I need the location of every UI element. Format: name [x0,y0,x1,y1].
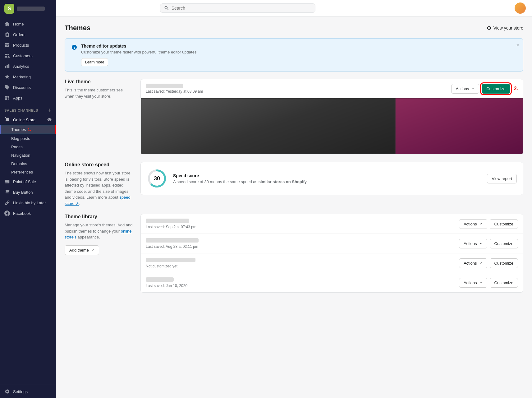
live-theme-info: Live theme This is the theme customers s… [65,79,133,155]
library-item-4-customize-button[interactable]: Customize [490,278,518,288]
speed-score-link[interactable]: speed score ↗ [65,195,131,206]
library-item-3-customize-button[interactable]: Customize [490,258,518,268]
buy-button-icon [4,189,10,195]
speed-score-description: A speed score of 30 means the same speed… [173,179,481,184]
sidebar-item-buy-button-label: Buy Button [13,190,33,195]
sidebar-item-home[interactable]: Home [0,19,56,29]
library-item-3-actions-button[interactable]: Actions [459,258,487,268]
sidebar-logo: S [0,0,56,17]
pos-icon [4,179,10,184]
search-input[interactable] [172,6,311,11]
linkin-icon [4,200,10,206]
live-theme-customize-button[interactable]: Customize [482,84,510,94]
sidebar-item-discounts[interactable]: Discounts [0,82,56,93]
sidebar-subitem-blog-posts[interactable]: Blog posts [0,134,56,143]
sidebar-item-home-label: Home [13,22,24,26]
facebook-icon [4,211,10,216]
live-theme-saved: Last saved: Yesterday at 08:09 am [146,89,203,94]
sidebar-item-pos[interactable]: Point of Sale [0,176,56,187]
speed-card-content: 30 Speed score A speed score of 30 means… [141,162,523,195]
sidebar-subitem-domains[interactable]: Domains [0,160,56,168]
library-item-2-customize-button[interactable]: Customize [490,239,518,248]
add-theme-chevron-icon [91,248,94,252]
orders-icon [4,32,10,37]
speed-circle-wrapper: 30 [147,169,167,188]
search-bar[interactable] [160,3,315,13]
add-theme-button[interactable]: Add theme [65,245,99,255]
banner-title: Theme editor updates [81,44,517,49]
settings-nav-item[interactable]: Settings [0,385,56,398]
sidebar-item-pos-label: Point of Sale [13,179,36,184]
sidebar-item-marketing[interactable]: Marketing [0,72,56,82]
sidebar-subitem-themes[interactable]: Themes 1. [0,125,56,134]
sidebar-item-online-store[interactable]: Online Store [0,115,56,125]
sidebar-item-orders[interactable]: Orders [0,29,56,40]
marketing-icon [4,74,10,80]
speed-info: Online store speed The score shows how f… [65,162,133,206]
discounts-icon [4,85,10,90]
preview-area [141,98,523,154]
library-item-2-info: Last saved: Aug 28 at 02:11 pm [146,238,454,249]
sidebar-item-marketing-label: Marketing [13,75,31,79]
home-icon [4,21,10,27]
banner-content: Theme editor updates Customize your them… [81,44,517,66]
sales-channels-label: SALES CHANNELS + [0,103,56,115]
sidebar-item-products[interactable]: Products [0,40,56,50]
main-area: Themes View your store Theme editor upda… [56,0,532,398]
live-theme-actions-button[interactable]: Actions [451,84,479,94]
apps-icon [4,95,10,101]
sidebar-item-analytics[interactable]: Analytics [0,61,56,72]
sidebar-item-online-store-label: Online Store [13,118,35,122]
sidebar-item-products-label: Products [13,43,29,48]
eye-icon [47,118,52,122]
library-item-3-saved: Not customized yet [146,264,454,268]
sidebar-item-customers-label: Customers [13,53,33,58]
library-item-4-actions-button[interactable]: Actions [459,278,487,288]
preview-side-image [396,98,523,154]
learn-more-button[interactable]: Learn more [81,58,108,66]
theme-library-title: Theme library [65,214,133,220]
search-icon [164,6,169,11]
library-item-2: Last saved: Aug 28 at 02:11 pm Actions C… [141,234,523,253]
theme-library-desc: Manage your store's themes. Add and publ… [65,222,133,240]
library-item-4-saved: Last saved: Jan 10, 2020 [146,284,454,288]
view-report-button[interactable]: View report [487,174,517,183]
chevron-down-icon [479,261,483,265]
library-item-4: Last saved: Jan 10, 2020 Actions Customi… [141,273,523,292]
sidebar-item-customers[interactable]: Customers [0,50,56,61]
online-store-link[interactable]: online store's [65,229,131,240]
library-item-1-name [146,219,189,223]
sidebar-subitem-pages[interactable]: Pages [0,143,56,151]
chevron-down-icon [471,87,475,90]
sidebar-subitem-preferences[interactable]: Preferences [0,168,56,176]
sidebar-item-buy-button[interactable]: Buy Button [0,187,56,197]
library-item-4-actions: Actions Customize [459,278,518,288]
library-item-1-actions: Actions Customize [459,219,518,229]
live-theme-meta: Last saved: Yesterday at 08:09 am [146,84,203,94]
sidebar-subitem-navigation[interactable]: Navigation [0,151,56,160]
theme-library-section: Theme library Manage your store's themes… [65,214,523,293]
chevron-down-icon [479,222,483,226]
banner-close-button[interactable]: × [516,42,519,48]
annotation-2: 2. [514,86,518,91]
annotation-1: 1. [28,127,31,132]
sidebar-item-discounts-label: Discounts [13,85,31,90]
library-item-2-name [146,238,199,243]
banner-description: Customize your theme faster with powerfu… [81,50,517,54]
speed-card-area: 30 Speed score A speed score of 30 means… [140,162,523,206]
speed-score-info: Speed score A speed score of 30 means th… [173,173,481,184]
live-theme-name [146,84,183,88]
sidebar-item-facebook[interactable]: Facebook [0,208,56,219]
sidebar-subitem-themes-label: Themes [11,127,26,132]
library-item-1-actions-button[interactable]: Actions [459,219,487,229]
sidebar-item-facebook-label: Facebook [13,211,31,216]
view-store-link[interactable]: View your store [487,25,523,30]
speed-card: 30 Speed score A speed score of 30 means… [140,162,523,195]
add-channel-button[interactable]: + [48,107,52,113]
sidebar-item-apps[interactable]: Apps [0,93,56,103]
library-item-1-customize-button[interactable]: Customize [490,219,518,229]
library-item-2-saved: Last saved: Aug 28 at 02:11 pm [146,244,454,249]
sidebar-item-linkin[interactable]: Linkin.bio by Later [0,197,56,208]
library-item-2-actions-button[interactable]: Actions [459,239,487,248]
avatar [515,2,526,14]
